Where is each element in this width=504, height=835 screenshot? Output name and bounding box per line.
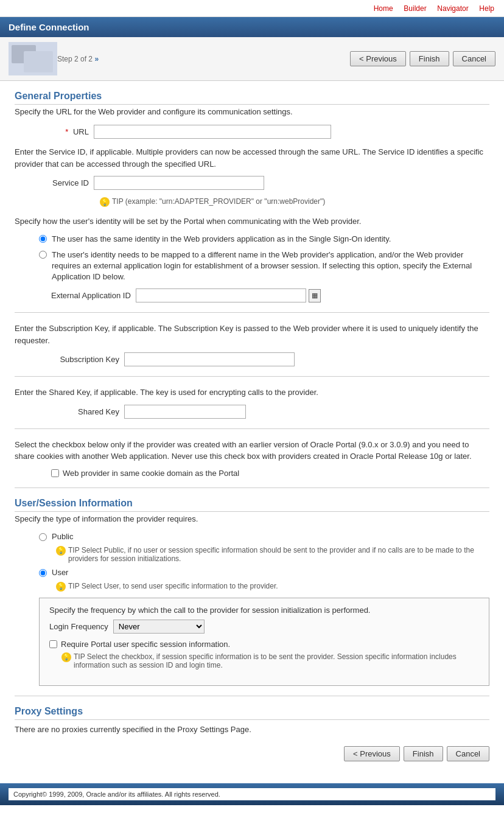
public-radio-label: Public (52, 532, 73, 541)
user-session-title: User/Session Information (15, 498, 489, 512)
cookie-desc: Select the checkbox below only if the pr… (15, 439, 489, 463)
identity-radio-1[interactable] (39, 235, 47, 243)
user-tip-text: TIP Select User, to send user specific i… (68, 582, 278, 590)
service-id-row: Service ID (15, 176, 489, 190)
tip-icon-session: 💡 (61, 652, 71, 662)
general-properties-section: General Properties Specify the URL for t… (15, 91, 489, 478)
ext-app-label: External Application ID (51, 291, 131, 300)
user-session-section: User/Session Information Specify the typ… (15, 498, 489, 686)
wizard-logo (9, 42, 57, 75)
identity-desc: Specify how the user's identity will be … (15, 215, 489, 228)
radio-option-1: The user has the same identity in the We… (39, 234, 489, 245)
cookie-checkbox-row: Web provider in same cookie domain as th… (51, 469, 489, 478)
session-tip-row: 💡 TIP Select the checkbox, if session sp… (61, 652, 479, 669)
shared-key-row: Shared Key (51, 405, 489, 419)
home-link[interactable]: Home (374, 4, 393, 13)
bottom-buttons: < Previous Finish Cancel (15, 746, 489, 761)
public-radio-option: Public (39, 532, 489, 541)
subscription-key-label: Subscription Key (51, 355, 124, 364)
service-id-tip-row: 💡 TIP (example: "urn:ADAPTER_PROVIDER" o… (100, 197, 489, 207)
ext-app-browse-button[interactable]: ▦ (309, 289, 321, 302)
service-id-input[interactable] (94, 176, 264, 190)
url-label: * URL (15, 127, 94, 136)
cancel-button-top[interactable]: Cancel (453, 51, 495, 66)
url-input[interactable] (94, 125, 331, 139)
top-navigation: Home Builder Navigator Help (0, 0, 504, 17)
shared-key-input[interactable] (124, 405, 246, 419)
public-tip-text: TIP Select Public, if no user or session… (68, 546, 489, 563)
help-link[interactable]: Help (479, 4, 494, 13)
identity-radio-group: The user has the same identity in the We… (39, 234, 489, 283)
service-id-tip-text: TIP (example: "urn:ADAPTER_PROVIDER" or … (112, 197, 325, 206)
subscription-key-input[interactable] (124, 352, 295, 366)
public-tip-row: 💡 TIP Select Public, if no user or sessi… (56, 546, 489, 563)
require-session-row: Require Portal user specific session inf… (49, 640, 479, 649)
user-radio-option: User (39, 568, 489, 577)
service-id-desc: Enter the Service ID, if applicable. Mul… (15, 146, 489, 170)
general-properties-desc: Specify the URL for the Web provider and… (15, 107, 489, 116)
user-session-desc: Specify the type of information the prov… (15, 514, 489, 523)
navigator-link[interactable]: Navigator (437, 4, 468, 13)
general-properties-title: General Properties (15, 91, 489, 105)
cancel-button-bottom[interactable]: Cancel (447, 746, 489, 761)
wizard-step-text: Step 2 of 2 » (57, 55, 99, 63)
page-header-bar: Define Connection (0, 17, 504, 37)
cookie-domain-label: Web provider in same cookie domain as th… (63, 469, 239, 478)
main-content: General Properties Specify the URL for t… (0, 81, 504, 777)
proxy-settings-title: Proxy Settings (15, 706, 489, 720)
require-session-label: Require Portal user specific session inf… (61, 640, 230, 649)
wizard-buttons: < Previous Finish Cancel (350, 51, 495, 66)
subscription-desc: Enter the Subscription Key, if applicabl… (15, 323, 489, 346)
shared-key-label: Shared Key (51, 407, 124, 416)
session-box: Specify the frequency by which the call … (39, 598, 489, 686)
shared-key-desc: Enter the Shared Key, if applicable. The… (15, 386, 489, 399)
url-row: * URL (15, 125, 489, 139)
finish-button-top[interactable]: Finish (410, 51, 449, 66)
login-freq-row: Login Frequency Never Once Per User Sess… (49, 620, 479, 634)
identity-radio-2-label: The user's identity needs to be mapped t… (52, 250, 489, 283)
public-radio[interactable] (39, 533, 47, 541)
user-radio-label: User (52, 568, 68, 577)
service-id-label: Service ID (15, 178, 94, 187)
session-tip-text: TIP Select the checkbox, if session spec… (74, 652, 479, 669)
builder-link[interactable]: Builder (404, 4, 426, 13)
proxy-settings-section: Proxy Settings There are no proxies curr… (15, 706, 489, 734)
page-footer: Copyright© 1999, 2009, Oracle and/or its… (0, 783, 504, 805)
step-arrows: » (94, 55, 99, 63)
tip-icon-user: 💡 (56, 582, 66, 592)
session-box-desc: Specify the frequency by which the call … (49, 606, 479, 615)
user-radio[interactable] (39, 569, 47, 577)
login-freq-select[interactable]: Never Once Per User Session Always (113, 620, 205, 634)
footer-copyright: Copyright© 1999, 2009, Oracle and/or its… (9, 788, 495, 800)
radio-option-2: The user's identity needs to be mapped t… (39, 250, 489, 283)
cookie-domain-checkbox[interactable] (51, 469, 59, 477)
finish-button-bottom[interactable]: Finish (404, 746, 443, 761)
previous-button-top[interactable]: < Previous (350, 51, 406, 66)
user-session-radio-group: Public 💡 TIP Select Public, if no user o… (39, 532, 489, 592)
tip-icon-service-id: 💡 (100, 197, 110, 207)
previous-button-bottom[interactable]: < Previous (344, 746, 400, 761)
tip-icon-public: 💡 (56, 546, 66, 556)
identity-radio-2[interactable] (39, 251, 47, 259)
proxy-settings-desc: There are no proxies currently specified… (15, 725, 489, 734)
require-session-checkbox[interactable] (49, 640, 57, 648)
ext-app-row: External Application ID ▦ (51, 288, 489, 302)
user-tip-row: 💡 TIP Select User, to send user specific… (56, 582, 489, 592)
page-title: Define Connection (9, 22, 89, 32)
subscription-key-row: Subscription Key (51, 352, 489, 366)
wizard-step-info: Step 2 of 2 » (57, 54, 350, 63)
identity-radio-1-label: The user has the same identity in the We… (52, 234, 391, 245)
wizard-header: Step 2 of 2 » < Previous Finish Cancel (0, 37, 504, 81)
ext-app-input[interactable] (136, 288, 306, 302)
login-freq-label: Login Frequency (49, 622, 108, 631)
